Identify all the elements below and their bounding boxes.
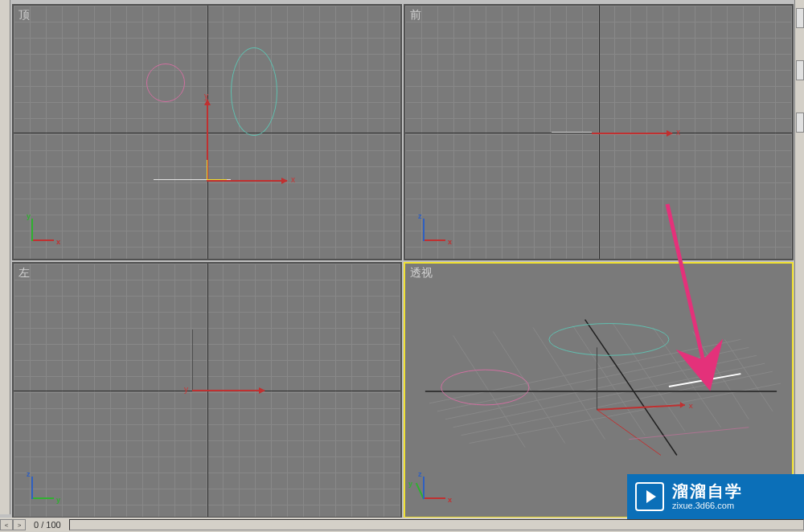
shape-circle: [441, 370, 529, 405]
shape-ellipse[interactable]: [231, 47, 277, 136]
left-toolbar[interactable]: [0, 0, 10, 514]
watermark-url: zixue.3d66.com: [672, 501, 743, 511]
shape-circle[interactable]: [146, 63, 185, 102]
shape-line-selected[interactable]: [552, 132, 592, 133]
gizmo-label-x: x: [291, 175, 295, 184]
side-button-2[interactable]: [796, 113, 804, 133]
viewport-axis-gizmo: x y: [22, 211, 62, 251]
timeline-track[interactable]: [69, 519, 804, 530]
play-icon: [635, 482, 664, 511]
watermark-title: 溜溜自学: [672, 481, 743, 501]
command-panel-toggle[interactable]: [796, 8, 804, 28]
viewport-axis-gizmo: y z: [22, 469, 62, 509]
svg-line-8: [533, 328, 605, 440]
shape-ellipse: [549, 324, 669, 356]
viewport-top[interactable]: 顶 x y x y: [12, 4, 402, 260]
gizmo-label-y: y: [184, 385, 188, 394]
svg-text:x: x: [689, 401, 693, 410]
viewport-axis-gizmo: x z y: [413, 469, 453, 509]
svg-line-16: [597, 405, 684, 410]
annotation-arrow: [659, 201, 724, 394]
svg-line-22: [667, 204, 708, 379]
viewport-left[interactable]: 左 y y z: [12, 262, 402, 518]
svg-marker-17: [680, 402, 685, 408]
gizmo-label-x: x: [676, 128, 680, 137]
viewport-front[interactable]: 前 x x z: [404, 4, 794, 260]
timeline-next-button[interactable]: >: [13, 519, 26, 530]
timeline-prev-button[interactable]: <: [0, 519, 13, 530]
frame-counter: 0 / 100: [34, 520, 61, 530]
side-button-1[interactable]: [796, 60, 804, 80]
watermark-banner: 溜溜自学 zixue.3d66.com: [627, 474, 804, 519]
gizmo-label-y: y: [204, 92, 208, 100]
svg-line-2: [461, 371, 773, 435]
right-toolbar[interactable]: [794, 0, 804, 532]
svg-line-21: [629, 428, 749, 440]
timeline-bar[interactable]: < > 0 / 100: [0, 518, 804, 532]
viewport-axis-gizmo: x z: [413, 211, 453, 251]
